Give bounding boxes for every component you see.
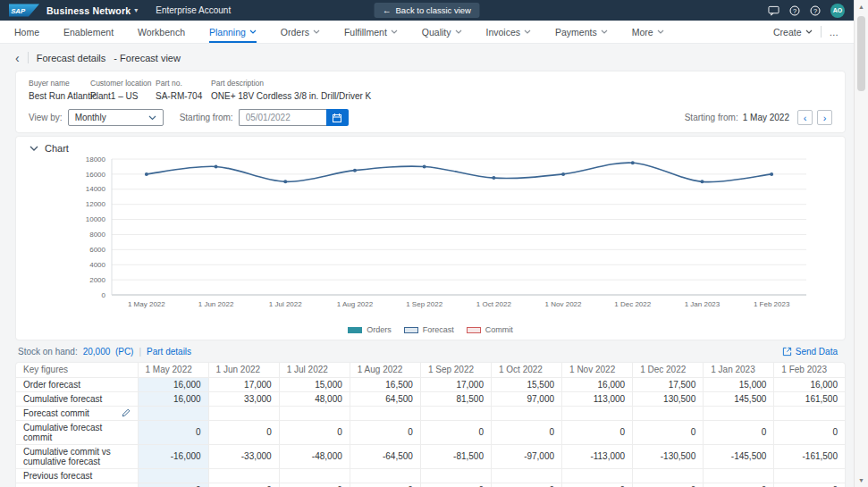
view-by-select[interactable]: Monthly [68, 109, 164, 126]
cell-1-feb-2023: 0 [774, 420, 845, 444]
svg-text:1 Jul 2022: 1 Jul 2022 [269, 300, 302, 308]
column-header-1-jun-2022: 1 Jun 2022 [208, 363, 279, 377]
scroll-up-icon[interactable]: ▲ [855, 4, 868, 10]
column-header-1-dec-2022: 1 Dec 2022 [633, 363, 704, 377]
collapse-icon[interactable] [29, 146, 38, 151]
svg-text:1 Aug 2022: 1 Aug 2022 [337, 300, 374, 308]
cell-1-nov-2022[interactable] [562, 406, 633, 420]
cell-1-dec-2022: 130,500 [633, 391, 704, 406]
starting-from-label: Starting from: [180, 113, 233, 122]
nav-item-planning[interactable]: Planning [209, 21, 257, 43]
nav-item-workbench[interactable]: Workbench [138, 21, 185, 43]
cell-1-jan-2023 [704, 468, 774, 483]
svg-text:12000: 12000 [86, 200, 106, 208]
nav-item-orders[interactable]: Orders [281, 21, 320, 43]
cell-1-aug-2022: -64,500 [350, 444, 420, 468]
back-icon[interactable]: ‹ [15, 52, 20, 64]
avatar[interactable]: AO [830, 4, 845, 18]
svg-text:0: 0 [102, 291, 106, 299]
cell-1-jan-2023: 0 [704, 483, 774, 487]
chevron-down-icon [805, 29, 813, 34]
cell-1-may-2022[interactable] [138, 406, 208, 420]
svg-text:2000: 2000 [89, 276, 105, 284]
stock-row: Stock on hand: 20,000 (PC) | Part detail… [0, 340, 854, 363]
nav-item-enablement[interactable]: Enablement [63, 21, 114, 43]
row-label: Forecast commit [16, 406, 138, 420]
nav-item-invoices[interactable]: Invoices [486, 21, 532, 43]
chart-card: Chart 0200040006000800010000120001400016… [16, 137, 845, 340]
previous-period-button[interactable]: ‹ [797, 110, 813, 125]
nav-item-fulfillment[interactable]: Fulfillment [344, 21, 398, 43]
cell-1-jun-2022: 33,000 [208, 391, 279, 406]
svg-text:1 Jan 2023: 1 Jan 2023 [685, 300, 721, 308]
table-row: 0000000000 [16, 483, 845, 487]
page-content: ‹ Forecast details - Forecast view Buyer… [0, 44, 854, 487]
cell-1-may-2022: 0 [138, 420, 208, 444]
cell-1-nov-2022: 16,000 [562, 377, 633, 391]
scroll-down-icon[interactable]: ▼ [855, 477, 868, 483]
cell-1-feb-2023 [774, 468, 845, 483]
svg-text:8000: 8000 [89, 231, 105, 239]
starting-from-date-input[interactable] [239, 109, 326, 126]
cell-1-nov-2022: 0 [562, 483, 633, 487]
send-data-link[interactable]: Send Data [782, 347, 838, 357]
shell-actions: ? ? AO [768, 4, 845, 18]
cell-1-dec-2022[interactable] [633, 406, 704, 420]
vertical-scrollbar[interactable]: ▲ ▼ [854, 0, 868, 487]
legend-item-orders[interactable]: Orders [348, 325, 392, 334]
chart-section-header: Chart [27, 143, 834, 154]
row-label: Cumulative commit vs cumulative forecast [16, 444, 138, 468]
cell-1-jul-2022[interactable] [279, 406, 350, 420]
cell-1-nov-2022: 0 [562, 420, 633, 444]
cell-1-oct-2022: 0 [491, 483, 561, 487]
cell-1-dec-2022: 17,500 [633, 377, 704, 391]
cell-1-jun-2022[interactable] [208, 406, 279, 420]
cell-1-oct-2022: 0 [491, 420, 561, 444]
nav-item-quality[interactable]: Quality [422, 21, 462, 43]
scrollbar-thumb[interactable] [857, 16, 865, 91]
svg-text:?: ? [793, 6, 796, 14]
product-switcher[interactable]: Business Network [46, 5, 131, 16]
nav-item-payments[interactable]: Payments [555, 21, 608, 43]
cell-1-sep-2022[interactable] [420, 406, 491, 420]
calendar-icon [332, 113, 342, 123]
page-subtitle: - Forecast view [114, 53, 181, 63]
row-label: Cumulative forecast [16, 391, 138, 406]
legend-item-commit[interactable]: Commit [467, 325, 513, 334]
table-row-cumulative-forecast-commit: Cumulative forecast commit0000000000 [16, 420, 845, 444]
support-icon[interactable]: ? [810, 5, 821, 16]
cell-1-sep-2022 [420, 468, 491, 483]
next-period-button[interactable]: › [817, 110, 832, 125]
row-label: Cumulative forecast commit [16, 420, 138, 444]
nav-item-home[interactable]: Home [14, 21, 39, 43]
cell-1-jul-2022: 0 [279, 483, 350, 487]
sap-logo-icon: SAP [9, 4, 39, 17]
overflow-menu-button[interactable]: … [830, 27, 840, 38]
cell-1-oct-2022: -97,000 [491, 444, 561, 468]
column-header-1-jul-2022: 1 Jul 2022 [279, 363, 350, 377]
table-row-cumulative-commit-vs-cumulative-forecast: Cumulative commit vs cumulative forecast… [16, 444, 845, 468]
cell-1-jan-2023[interactable] [704, 406, 774, 420]
svg-text:SAP: SAP [11, 7, 26, 15]
edit-icon[interactable] [122, 408, 131, 417]
legend-item-forecast[interactable]: Forecast [404, 325, 454, 334]
cell-1-nov-2022: -113,000 [562, 444, 633, 468]
cell-1-oct-2022[interactable] [491, 406, 561, 420]
part-details-link[interactable]: Part details [147, 347, 191, 357]
page-title: Forecast details [37, 53, 106, 63]
help-icon[interactable]: ? [789, 5, 800, 16]
back-to-classic-button[interactable]: ← Back to classic view [374, 3, 480, 18]
cell-1-may-2022: 16,000 [138, 391, 208, 406]
create-button[interactable]: Create [773, 27, 813, 38]
cell-1-aug-2022[interactable] [350, 406, 420, 420]
cell-1-jul-2022: -48,000 [279, 444, 350, 468]
chat-icon[interactable] [768, 5, 780, 16]
cell-1-jul-2022: 15,000 [279, 377, 350, 391]
calendar-button[interactable] [326, 109, 349, 126]
stock-on-hand-value[interactable]: 20,000 (PC) [83, 347, 134, 357]
cell-1-feb-2023[interactable] [774, 406, 845, 420]
nav-item-more[interactable]: More [632, 21, 664, 43]
cell-1-nov-2022 [562, 468, 633, 483]
cell-1-jun-2022 [208, 468, 279, 483]
cell-1-dec-2022: 0 [633, 483, 704, 487]
